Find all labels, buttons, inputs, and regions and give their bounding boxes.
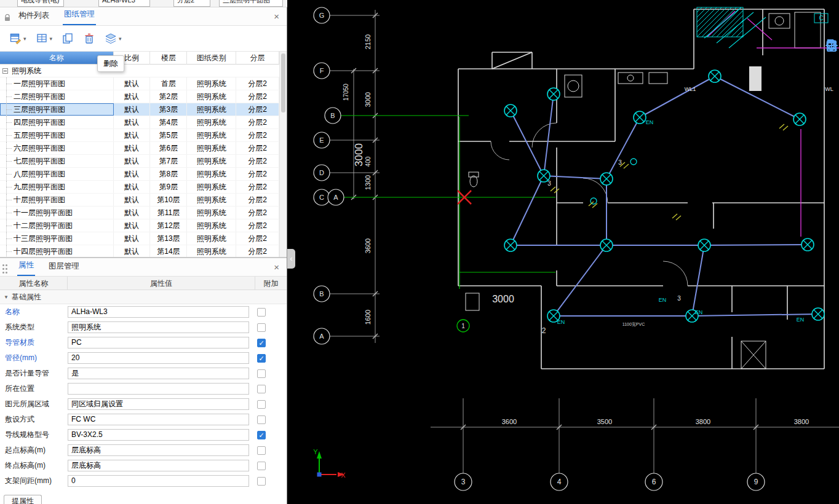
tab-layer-manager[interactable]: 图层管理: [47, 261, 81, 276]
attach-checkbox[interactable]: [257, 369, 266, 378]
layers-button[interactable]: ▾: [101, 30, 125, 47]
layer-select[interactable]: 分层2: [173, 0, 210, 7]
sheet-name-cell: 十二层照明平面图: [0, 219, 114, 232]
property-value-input[interactable]: PC: [68, 337, 249, 348]
category-cell: 照明系统: [187, 232, 236, 245]
category-cell: 照明系统: [187, 245, 236, 257]
floor-cell: 第8层: [150, 168, 187, 180]
add-sheet-button[interactable]: ▾: [6, 30, 30, 47]
tab-properties[interactable]: 属性: [17, 260, 35, 276]
property-name: 图元所属区域: [0, 399, 68, 409]
sheet-row[interactable]: 十四层照明平面图默认第14层照明系统分层2: [0, 245, 279, 257]
sheet-name-cell: 十三层照明平面图: [0, 232, 114, 245]
attach-checkbox[interactable]: [257, 400, 266, 409]
sheet-row[interactable]: 八层照明平面图默认第8层照明系统分层2: [0, 168, 279, 181]
layer-cell: 分层2: [236, 129, 279, 141]
layer-cell: 分层2: [236, 103, 279, 116]
grid-bubble: C: [314, 189, 330, 205]
ucs-axis-icon: [317, 451, 344, 477]
close-icon[interactable]: ×: [274, 12, 279, 21]
property-value-input[interactable]: FC WC: [68, 414, 249, 425]
tab-component-list[interactable]: 构件列表: [17, 10, 50, 25]
scale-cell: 默认: [114, 245, 151, 257]
column-header-scale[interactable]: 比例: [114, 52, 151, 65]
attach-checkbox[interactable]: [257, 385, 266, 393]
sheet-name-cell: 十四层照明平面图: [0, 245, 114, 257]
sheet-group-row[interactable]: 照明系统: [0, 65, 279, 77]
property-group-row[interactable]: ▼ 基础属性: [0, 290, 287, 304]
property-value-input[interactable]: 0: [68, 475, 249, 487]
delete-sheet-button[interactable]: [80, 30, 98, 47]
collapse-panel-button[interactable]: ‹: [287, 249, 295, 269]
property-value-input[interactable]: 同区域归属设置: [68, 398, 249, 410]
property-value-input[interactable]: 是: [68, 368, 249, 379]
ceiling-light-symbol: [812, 308, 824, 320]
cad-canvas[interactable]: GFBEDCABA3469121501705030003000400130036…: [287, 0, 839, 504]
annotation-text: 1100宽PVC: [622, 321, 645, 327]
sheet-row[interactable]: 十层照明平面图默认第10层照明系统分层2: [0, 194, 279, 207]
attach-checkbox[interactable]: [257, 308, 266, 317]
attach-checkbox[interactable]: [257, 477, 266, 486]
property-value-input[interactable]: 照明系统: [68, 321, 249, 333]
extract-properties-button[interactable]: 提属性: [4, 495, 42, 504]
floor-cell: 第13层: [150, 232, 187, 245]
property-name: 名称: [0, 307, 68, 317]
sheet-row[interactable]: 四层照明平面图默认第4层照明系统分层2: [0, 116, 279, 129]
sheet-name-select[interactable]: 三层照明平面图: [219, 0, 283, 7]
sheet-row[interactable]: 九层照明平面图默认第9层照明系统分层2: [0, 181, 279, 194]
sheet-row[interactable]: 二层照明平面图默认第2层照明系统分层2: [0, 90, 279, 103]
property-value-input[interactable]: ALHa-WL3: [68, 306, 249, 318]
cad-viewport[interactable]: GFBEDCABA3469121501705030003000400130036…: [287, 0, 839, 504]
sheet-name-cell: 七层照明平面图: [0, 155, 114, 167]
layer-cell: 分层2: [236, 194, 279, 206]
sheet-row[interactable]: 七层照明平面图默认第7层照明系统分层2: [0, 155, 279, 168]
sheet-scrollbar[interactable]: [279, 52, 287, 257]
sheet-row[interactable]: 一层照明平面图默认首层照明系统分层2: [0, 77, 279, 90]
attach-checkbox-checked[interactable]: ✓: [257, 354, 266, 363]
attach-checkbox[interactable]: [257, 415, 266, 424]
attach-checkbox[interactable]: [257, 462, 266, 470]
column-header-name[interactable]: 名称: [0, 52, 114, 65]
sheet-table-header: 名称 比例 楼层 图纸类别 分层: [0, 52, 279, 65]
sheet-row[interactable]: 五层照明平面图默认第5层照明系统分层2: [0, 129, 279, 142]
element-type-select[interactable]: 电线导管(电): [17, 0, 64, 7]
attach-checkbox[interactable]: [257, 446, 266, 455]
category-cell: 照明系统: [187, 103, 236, 116]
column-header-category[interactable]: 图纸类别: [187, 52, 236, 65]
attach-checkbox-checked[interactable]: ✓: [257, 431, 266, 439]
property-value-input[interactable]: [68, 383, 249, 395]
sheet-name-cell: 六层照明平面图: [0, 142, 114, 154]
pin-panel-icon[interactable]: [4, 13, 10, 24]
column-header-floor[interactable]: 楼层: [150, 52, 187, 65]
sheet-row[interactable]: 六层照明平面图默认第6层照明系统分层2: [0, 142, 279, 155]
column-header-layer[interactable]: 分层: [236, 52, 279, 65]
sheet-row[interactable]: 十三层照明平面图默认第13层照明系统分层2: [0, 232, 279, 245]
property-value-input[interactable]: 20: [68, 352, 249, 364]
floor-cell: 第3层: [150, 103, 187, 116]
attach-checkbox[interactable]: [257, 323, 266, 332]
property-value-input[interactable]: 层底标高: [68, 444, 249, 456]
property-value-input[interactable]: 层底标高: [68, 460, 249, 471]
property-group-label: 基础属性: [12, 292, 41, 302]
grid-bubble: B: [314, 286, 330, 302]
sheet-name-cell: 二层照明平面图: [0, 90, 114, 103]
property-name: 终点标高(m): [0, 460, 68, 471]
svg-text:F: F: [320, 67, 324, 74]
sheet-row[interactable]: 十二层照明平面图默认第12层照明系统分层2: [0, 219, 279, 232]
attach-checkbox-checked[interactable]: ✓: [257, 339, 266, 347]
collapse-expander-icon[interactable]: [2, 68, 8, 74]
sheet-row[interactable]: 十一层照明平面图默认第11层照明系统分层2: [0, 207, 279, 219]
scale-cell: 默认: [114, 103, 151, 116]
property-value-input[interactable]: BV-3X2.5: [68, 429, 249, 441]
panel-grip-icon[interactable]: [2, 264, 4, 266]
tab-sheet-manager[interactable]: 图纸管理: [63, 9, 96, 25]
property-name: 敷设方式: [0, 414, 68, 425]
sheet-row[interactable]: 三层照明平面图默认第3层照明系统分层2: [0, 103, 279, 116]
close-icon[interactable]: ×: [274, 262, 279, 272]
split-sheet-button[interactable]: ▾: [33, 30, 57, 47]
component-name-select[interactable]: ALHa-WL3: [98, 0, 150, 7]
scrollbar-thumb[interactable]: [281, 53, 285, 112]
copy-sheet-button[interactable]: [58, 30, 78, 47]
sheet-toolbar: ▾ ▾ ▾: [0, 26, 287, 52]
annotation-text: WL: [825, 86, 833, 92]
